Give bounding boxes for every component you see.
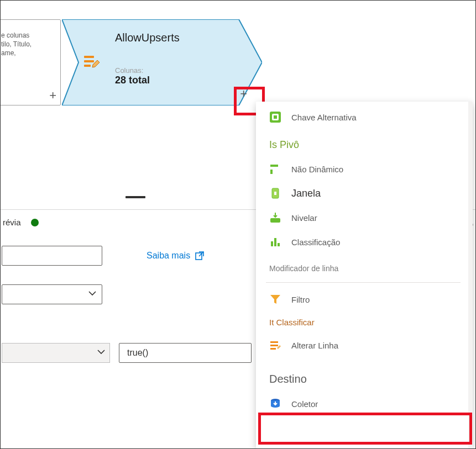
external-link-icon — [195, 251, 205, 261]
flow-node-allowupserts[interactable]: AllowUpserts Colunas: 28 total + — [62, 19, 262, 105]
learn-more-label: Saiba mais — [147, 251, 190, 261]
menu-item-unpivot[interactable]: Não Dinâmico — [266, 157, 473, 181]
rank-icon — [269, 236, 281, 248]
node-prev-add-button[interactable]: + — [49, 89, 56, 102]
sink-icon — [269, 398, 281, 410]
svg-rect-11 — [270, 218, 280, 223]
status-dot-icon — [31, 219, 39, 226]
flatten-icon — [269, 212, 281, 224]
svg-rect-8 — [270, 170, 273, 174]
alt-key-icon — [269, 111, 281, 123]
menu-item-window[interactable]: Janela — [266, 181, 473, 205]
expression-value-field[interactable]: true() — [119, 343, 252, 363]
node-add-output-button[interactable]: + — [240, 88, 247, 100]
flow-node-previous[interactable]: e colunas tilo, Título, ame, + — [0, 19, 61, 105]
chevron-down-icon — [97, 348, 105, 358]
name-field[interactable] — [2, 246, 102, 266]
node-columns-label: Colunas: — [115, 66, 240, 75]
unpivot-icon — [269, 163, 281, 175]
node-title: AllowUpserts — [115, 31, 240, 44]
menu-section-rowmod: Modificador de linha — [266, 254, 473, 279]
chevron-down-icon — [88, 289, 96, 299]
panel-collapse-handle[interactable] — [125, 196, 145, 198]
menu-item-rank[interactable]: Classificação — [266, 230, 473, 254]
menu-item-filter[interactable]: Filtro — [266, 287, 473, 311]
svg-rect-7 — [270, 165, 278, 167]
svg-rect-12 — [271, 241, 273, 246]
svg-rect-13 — [274, 238, 276, 246]
expression-column-select[interactable] — [2, 343, 110, 363]
menu-item-flatten[interactable]: Nivelar — [266, 205, 473, 230]
learn-more-link[interactable]: Saiba mais — [147, 251, 205, 261]
type-select[interactable] — [2, 284, 102, 304]
svg-rect-17 — [270, 348, 276, 350]
svg-rect-15 — [270, 341, 278, 343]
window-icon — [269, 187, 281, 199]
filter-icon — [269, 293, 281, 305]
node-columns-total: 28 total — [115, 75, 240, 86]
svg-rect-14 — [278, 243, 280, 246]
tab-preview[interactable]: révia — [3, 218, 21, 227]
menu-section-destination: Destino — [266, 357, 473, 392]
menu-item-alt-key[interactable]: Chave Alternativa — [266, 105, 473, 129]
menu-item-alter-row[interactable]: Alterar Linha — [266, 333, 473, 357]
popup-scrollbar[interactable] — [468, 102, 473, 448]
alter-row-icon — [269, 339, 281, 351]
svg-rect-16 — [270, 345, 278, 346]
transform-picker-popup: Chave Alternativa Is Pivô Não Dinâmico J… — [256, 102, 473, 448]
menu-item-sort[interactable]: It Classificar — [266, 311, 473, 333]
menu-section-pivot: Is Pivô — [266, 129, 473, 157]
menu-item-sink[interactable]: Coletor — [266, 392, 473, 416]
svg-rect-6 — [274, 115, 277, 119]
svg-rect-10 — [274, 192, 276, 195]
node-prev-columns-text: e colunas tilo, Título, ame, — [0, 20, 60, 61]
